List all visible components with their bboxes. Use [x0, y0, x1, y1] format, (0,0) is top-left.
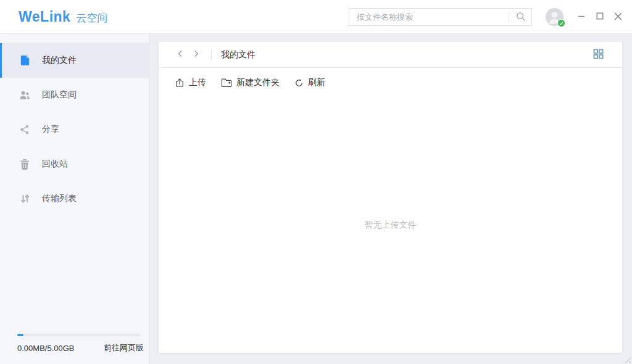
storage-usage-text: 0.00MB/5.00GB	[17, 344, 75, 353]
search-button[interactable]	[509, 9, 531, 25]
maximize-icon	[596, 12, 604, 22]
search-icon	[515, 11, 526, 23]
team-icon	[19, 89, 31, 101]
sidebar-item-label: 我的文件	[42, 55, 77, 66]
header-right-controls	[546, 0, 627, 34]
toolbar: 上传 新建文件夹	[159, 68, 622, 97]
go-to-web-link[interactable]: 前往网页版	[104, 342, 144, 354]
sidebar-item-label: 团队空间	[42, 89, 77, 101]
app-window: WeLink 云空间	[0, 0, 632, 364]
minimize-icon	[578, 12, 585, 22]
upload-icon	[175, 78, 185, 88]
sidebar-item-label: 分享	[42, 124, 59, 135]
refresh-icon	[294, 78, 304, 88]
breadcrumb: 我的文件	[221, 49, 256, 60]
close-icon	[614, 12, 622, 22]
trash-icon	[19, 158, 31, 170]
upload-label: 上传	[189, 77, 206, 88]
storage-section: 0.00MB/5.00GB 前往网页版	[17, 334, 144, 354]
empty-state-text: 暂无上传文件	[365, 220, 417, 231]
panel-header: 我的文件	[159, 42, 622, 68]
breadcrumb-divider	[211, 49, 212, 60]
refresh-button[interactable]: 刷新	[294, 77, 325, 88]
app-header: WeLink 云空间	[0, 0, 632, 34]
share-icon	[19, 123, 31, 136]
sidebar-item-label: 回收站	[42, 159, 68, 170]
sidebar-nav: 我的文件 团队空间	[0, 34, 149, 216]
document-icon	[19, 54, 31, 67]
storage-progress-bar	[17, 334, 140, 336]
sidebar-item-my-files[interactable]: 我的文件	[0, 43, 149, 78]
main-area: 我的文件	[149, 34, 632, 364]
grid-view-icon	[593, 49, 604, 61]
new-folder-icon	[221, 78, 232, 88]
chevron-left-icon	[177, 50, 184, 59]
sidebar-item-label: 传输列表	[42, 193, 77, 204]
close-button[interactable]	[609, 8, 627, 26]
new-folder-label: 新建文件夹	[236, 77, 280, 88]
logo-welink: WeLink	[19, 9, 70, 25]
maximize-button[interactable]	[591, 8, 609, 26]
chevron-right-icon	[193, 50, 200, 59]
online-status-badge	[557, 19, 565, 27]
sidebar-item-recycle-bin[interactable]: 回收站	[0, 147, 149, 181]
search-input[interactable]	[349, 9, 509, 25]
sidebar: 我的文件 团队空间	[0, 34, 149, 364]
refresh-label: 刷新	[308, 77, 325, 88]
storage-progress-fill	[17, 334, 23, 336]
forward-button[interactable]	[191, 49, 202, 60]
sidebar-item-team-space[interactable]: 团队空间	[0, 78, 149, 112]
app-body: 我的文件 团队空间	[0, 34, 632, 364]
logo-cloudspace-label: 云空间	[76, 11, 107, 25]
file-list-empty-state: 暂无上传文件	[159, 97, 622, 353]
new-folder-button[interactable]: 新建文件夹	[221, 77, 280, 88]
minimize-button[interactable]	[572, 8, 590, 26]
upload-button[interactable]: 上传	[175, 77, 206, 88]
app-logo: WeLink 云空间	[19, 9, 107, 25]
sidebar-item-transfer-list[interactable]: 传输列表	[0, 181, 149, 216]
grid-view-button[interactable]	[593, 49, 604, 61]
back-button[interactable]	[175, 49, 186, 60]
files-panel: 我的文件	[159, 42, 622, 353]
user-avatar[interactable]	[546, 8, 563, 26]
search-box	[349, 8, 532, 26]
sidebar-item-share[interactable]: 分享	[0, 112, 149, 147]
transfer-icon	[19, 192, 31, 205]
